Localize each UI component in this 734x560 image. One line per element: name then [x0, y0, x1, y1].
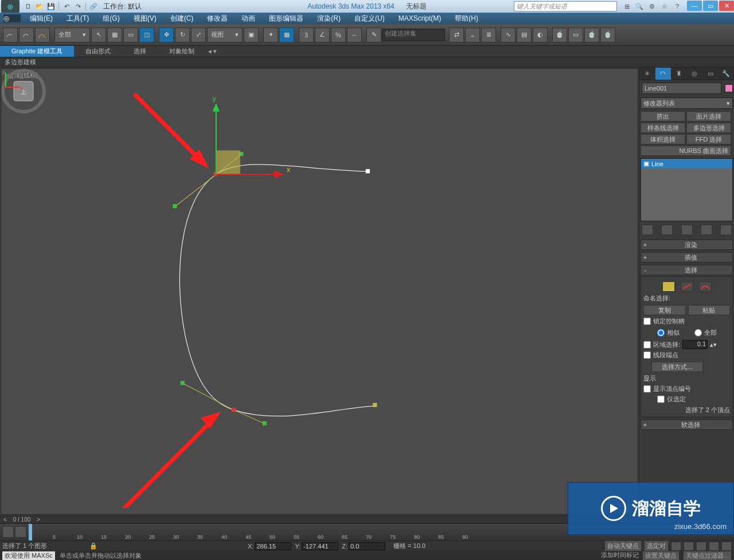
scale-icon[interactable]: ⤢	[191, 28, 206, 42]
cp-motion-icon[interactable]: ◎	[687, 68, 703, 80]
create-selection-set[interactable]: 创建选择集	[382, 29, 445, 41]
mod-polysel[interactable]: 多边形选择	[686, 123, 731, 133]
subobj-segment[interactable]	[681, 281, 693, 292]
help-icon[interactable]: ?	[672, 1, 682, 11]
minimize-button[interactable]: —	[687, 1, 702, 11]
timeline-back-icon[interactable]: <	[0, 516, 10, 523]
mirror-icon[interactable]: ⇄	[449, 28, 464, 42]
mod-patchsel[interactable]: 面片选择	[686, 111, 731, 122]
move-icon[interactable]: ✥	[159, 28, 174, 42]
copy-button[interactable]: 复制	[643, 305, 686, 315]
key-mode-icon[interactable]	[2, 526, 14, 538]
render-frame-icon[interactable]: ▭	[568, 28, 583, 42]
angle-snap-icon[interactable]: ∠	[315, 28, 330, 42]
selsets-button[interactable]: 选定对	[644, 541, 669, 551]
region-checkbox[interactable]	[643, 341, 651, 348]
remove-icon[interactable]	[701, 225, 712, 235]
cp-display-icon[interactable]: ▭	[702, 68, 719, 80]
select-icon[interactable]: ↖	[91, 28, 106, 42]
only-sel-checkbox[interactable]	[657, 395, 665, 403]
key-filter-button[interactable]: 关键点过滤器...	[683, 551, 732, 561]
select-region-icon[interactable]: ▭	[123, 28, 138, 42]
segend-checkbox[interactable]	[643, 351, 651, 359]
maximize-button[interactable]: ▭	[703, 1, 718, 11]
similar-radio[interactable]	[657, 329, 665, 336]
ref-coord-dropdown[interactable]: 视图▾	[207, 28, 243, 42]
menu-maxscript[interactable]: MAXScript(M)	[392, 13, 448, 24]
search-help-icon[interactable]: 🔍	[634, 1, 645, 11]
rollout-select[interactable]: -选择	[641, 265, 733, 275]
goto-start-icon[interactable]	[671, 542, 681, 551]
ribbon-freeform[interactable]: 自由形式	[74, 46, 122, 57]
x-value[interactable]: 286.15	[255, 542, 291, 550]
unlink-icon[interactable]	[19, 28, 34, 42]
mod-splinesel[interactable]: 样条线选择	[641, 123, 685, 133]
all-radio[interactable]	[694, 329, 702, 336]
object-name-field[interactable]: Line001	[642, 83, 721, 94]
goto-end-icon[interactable]	[721, 542, 732, 551]
stack-line-item[interactable]: ▣Line	[641, 159, 732, 169]
subobj-vertex[interactable]	[662, 281, 675, 292]
viewport-top[interactable]: [+][顶][线框] y	[1, 68, 638, 515]
open-icon[interactable]: 📂	[34, 2, 45, 11]
edit-named-sel-icon[interactable]: ✎	[366, 28, 381, 42]
link-icon[interactable]: 🔗	[88, 2, 99, 11]
menu-render[interactable]: 渲染(R)	[310, 13, 348, 24]
add-timetag[interactable]: 添加时间标记	[601, 551, 639, 561]
cp-util-icon[interactable]: 🔧	[719, 68, 735, 80]
new-icon[interactable]: 🗋	[23, 2, 33, 11]
subobj-spline[interactable]	[699, 281, 712, 292]
modifier-list[interactable]: 修改器列表▾	[641, 97, 733, 109]
pivot-icon[interactable]: ▣	[244, 28, 259, 42]
show-vnum-checkbox[interactable]	[643, 385, 651, 393]
menu-customize[interactable]: 自定义(U)	[348, 13, 392, 24]
menu-create[interactable]: 创建(C)	[163, 13, 201, 24]
next-frame-icon[interactable]	[709, 542, 719, 551]
z-value[interactable]: 0.0	[349, 542, 385, 550]
lock-handles-checkbox[interactable]	[643, 318, 651, 325]
render-icon[interactable]: 🍵	[584, 28, 599, 42]
workspace-label[interactable]: 工作台: 默认	[103, 2, 142, 11]
menu-tools[interactable]: 工具(T)	[60, 13, 96, 24]
curve-editor-icon[interactable]: ∿	[501, 28, 516, 42]
keyboard-shortcut-icon[interactable]: ▦	[279, 28, 294, 42]
config-icon[interactable]	[720, 225, 732, 235]
window-crossing-icon[interactable]: ◫	[139, 28, 154, 42]
expand-icon[interactable]: ▣	[643, 160, 649, 167]
ribbon-sub[interactable]: 多边形建模	[0, 57, 734, 68]
menu-anim[interactable]: 动画	[235, 13, 262, 24]
rollout-soft[interactable]: +软选择	[641, 420, 733, 430]
y-value[interactable]: -127.441	[302, 542, 338, 550]
app-menu[interactable]: ◎	[3, 14, 21, 22]
mod-nurbs[interactable]: NURBS 曲面选择	[641, 146, 731, 156]
play-icon[interactable]	[696, 542, 706, 551]
link-icon[interactable]	[3, 28, 18, 42]
schematic-icon[interactable]: ▤	[517, 28, 532, 42]
unique-icon[interactable]	[681, 225, 693, 235]
menu-group[interactable]: 组(G)	[96, 13, 126, 24]
ribbon-graphite[interactable]: Graphite 建模工具	[0, 46, 74, 57]
menu-modifier[interactable]: 修改器	[200, 13, 235, 24]
rollout-interp[interactable]: +插值	[641, 252, 733, 263]
align-icon[interactable]: ⫠	[465, 28, 480, 42]
autokey-button[interactable]: 自动关键点	[604, 541, 642, 551]
favorites-icon[interactable]: ☆	[659, 1, 670, 11]
prev-frame-icon[interactable]	[684, 542, 694, 551]
ribbon-objpaint[interactable]: 对象绘制	[158, 46, 206, 57]
rotate-icon[interactable]: ↻	[175, 28, 190, 42]
object-color-swatch[interactable]	[725, 84, 733, 92]
select-by-button[interactable]: 选择方式...	[651, 362, 703, 372]
cp-create-icon[interactable]: ✳	[639, 68, 655, 80]
paste-button[interactable]: 粘贴	[688, 305, 731, 315]
set-key-button[interactable]: 设置关键点	[642, 551, 680, 561]
pin-icon[interactable]	[642, 225, 653, 235]
ribbon-more-icon[interactable]: ◂ ▾	[208, 48, 217, 55]
key-tool-icon[interactable]	[15, 526, 26, 538]
search-input[interactable]: 键入关键字或短语	[514, 1, 617, 11]
select-name-icon[interactable]: ▦	[107, 28, 122, 42]
menu-view[interactable]: 视图(V)	[127, 13, 163, 24]
mod-ffdsel[interactable]: FFD 选择	[686, 134, 731, 144]
app-logo[interactable]: ◎	[1, 0, 19, 13]
save-icon[interactable]: 💾	[46, 2, 56, 11]
mod-extrude[interactable]: 挤出	[641, 111, 685, 122]
